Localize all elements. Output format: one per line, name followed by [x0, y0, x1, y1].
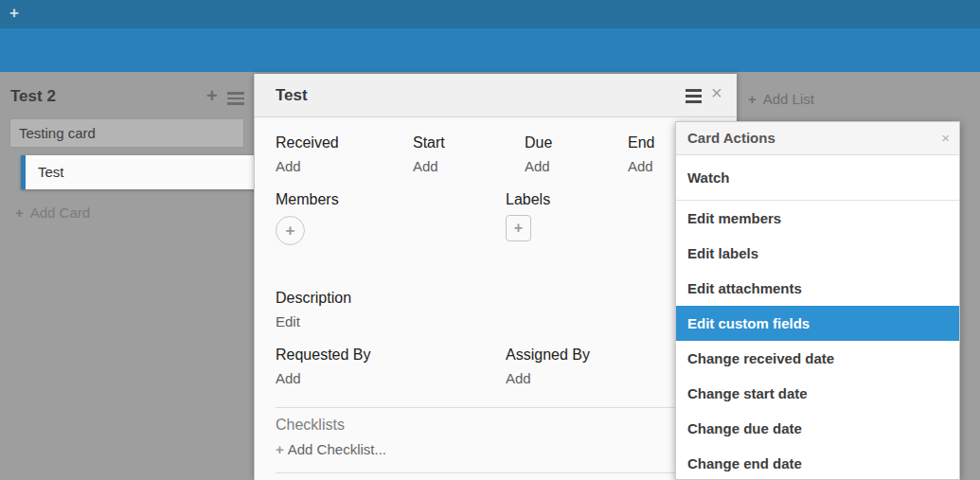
- card-actions-menu: Card Actions × Watch Edit members Edit l…: [675, 121, 960, 480]
- date-field-due: Due Add: [525, 134, 628, 177]
- edit-description-link[interactable]: Edit: [276, 313, 351, 332]
- date-field-start: Start Add: [413, 134, 525, 177]
- board-header-bar: [0, 28, 980, 72]
- members-section: Members +: [276, 191, 506, 245]
- card-modal-header: Test ×: [255, 74, 737, 117]
- date-field-end: End Add: [628, 134, 654, 177]
- end-label: End: [628, 134, 654, 153]
- checklists-section: Checklists +Add Checklist...: [276, 417, 386, 457]
- close-icon[interactable]: ×: [941, 122, 950, 154]
- description-label: Description: [276, 290, 351, 309]
- description-section: Description Edit: [276, 290, 351, 332]
- card-actions-menu-icon[interactable]: [686, 89, 702, 106]
- add-checklist-label: Add Checklist...: [288, 441, 386, 457]
- add-list-button[interactable]: +Add List: [748, 91, 814, 107]
- close-icon[interactable]: ×: [711, 82, 722, 104]
- plus-icon: +: [15, 204, 24, 221]
- list-add-card-icon[interactable]: +: [206, 85, 218, 107]
- members-labels-row: Members + Labels +: [276, 191, 737, 245]
- divider: [276, 472, 737, 473]
- labels-section: Labels +: [506, 191, 550, 245]
- requested-assigned-row: Requested By Add Assigned By Add: [276, 347, 737, 389]
- menu-item-edit-custom-fields[interactable]: Edit custom fields: [676, 306, 959, 341]
- date-field-received: Received Add: [276, 134, 413, 177]
- add-member-button[interactable]: +: [276, 216, 305, 245]
- card-dates-row: Received Add Start Add Due Add End Add: [276, 134, 737, 177]
- card-actions-menu-header: Card Actions ×: [676, 122, 959, 155]
- menu-item-change-start-date[interactable]: Change start date: [676, 376, 959, 411]
- add-checklist-button[interactable]: +Add Checklist...: [276, 441, 386, 457]
- app-root: + Test 2 + Testing card Test +Add Card +…: [0, 0, 980, 480]
- add-list-label: Add List: [763, 91, 814, 107]
- card-title: Test: [276, 86, 308, 105]
- assigned-by-section: Assigned By Add: [506, 347, 590, 389]
- card-test[interactable]: Test: [21, 155, 276, 189]
- divider: [276, 407, 737, 408]
- plus-icon: +: [748, 91, 757, 107]
- start-label: Start: [413, 134, 525, 153]
- add-due-date-link[interactable]: Add: [525, 158, 628, 177]
- add-board-icon[interactable]: +: [9, 4, 19, 23]
- menu-item-edit-attachments[interactable]: Edit attachments: [676, 271, 959, 306]
- card-actions-title: Card Actions: [687, 130, 775, 146]
- assigned-by-label: Assigned By: [506, 347, 590, 365]
- menu-item-edit-labels[interactable]: Edit labels: [676, 236, 959, 271]
- add-requested-by-link[interactable]: Add: [276, 370, 506, 389]
- top-navbar: +: [0, 0, 980, 28]
- add-received-date-link[interactable]: Add: [276, 158, 413, 177]
- add-label-button[interactable]: +: [506, 215, 531, 241]
- card-detail-modal: Test × Received Add Start Add Due Add En…: [254, 74, 737, 480]
- add-assigned-by-link[interactable]: Add: [506, 370, 590, 389]
- add-start-date-link[interactable]: Add: [413, 158, 525, 177]
- labels-label: Labels: [506, 191, 550, 210]
- add-card-label: Add Card: [30, 204, 90, 221]
- menu-item-change-end-date[interactable]: Change end date: [676, 446, 959, 480]
- menu-item-change-received-date[interactable]: Change received date: [676, 341, 959, 376]
- menu-item-watch[interactable]: Watch: [676, 155, 959, 201]
- add-card-button[interactable]: +Add Card: [15, 204, 90, 221]
- menu-item-edit-members[interactable]: Edit members: [676, 201, 959, 236]
- members-label: Members: [276, 191, 506, 210]
- due-label: Due: [525, 134, 628, 153]
- list-test-2: Test 2 + Testing card Test +Add Card: [0, 72, 254, 480]
- received-label: Received: [276, 134, 413, 153]
- list-title: Test 2: [10, 87, 56, 106]
- requested-by-label: Requested By: [276, 347, 506, 365]
- plus-icon: +: [276, 441, 284, 457]
- requested-by-section: Requested By Add: [276, 347, 506, 389]
- menu-item-change-due-date[interactable]: Change due date: [676, 411, 959, 446]
- list-menu-icon[interactable]: [227, 92, 244, 108]
- checklists-label: Checklists: [276, 417, 386, 437]
- card-testing-card[interactable]: Testing card: [9, 118, 244, 148]
- add-end-date-link[interactable]: Add: [628, 158, 654, 177]
